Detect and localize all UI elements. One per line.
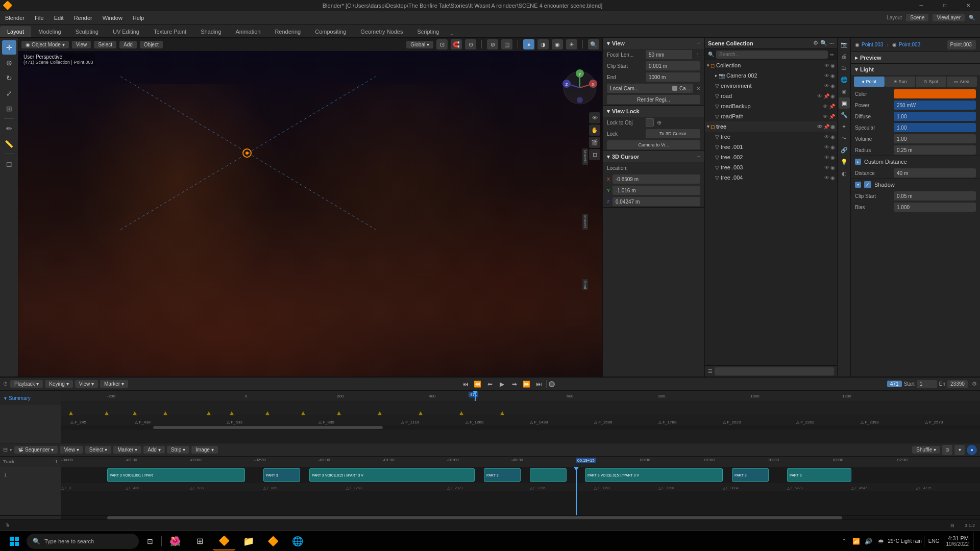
systray-up-arrow[interactable]: ⌃: [839, 536, 849, 546]
tree003-vis-icon[interactable]: 👁: [824, 165, 829, 170]
makeb-label[interactable]: MakeB: [582, 214, 588, 230]
seq-scroll-thumb[interactable]: [107, 516, 842, 519]
cursor-options[interactable]: ···: [696, 154, 700, 159]
tree-mesh-vis-icon[interactable]: 👁: [824, 134, 829, 140]
zoom-camera-button[interactable]: 🎬: [589, 137, 600, 148]
seq-marker-menu[interactable]: Marker ▾: [113, 446, 141, 454]
roadpath-pin-icon[interactable]: 📌: [829, 114, 835, 119]
custom-dist-toggle[interactable]: ▸: [855, 159, 861, 165]
tab-compositing[interactable]: Compositing: [308, 26, 353, 37]
playback-menu[interactable]: Playback ▾: [10, 380, 43, 388]
render-region-btn[interactable]: Render Regi...: [607, 95, 700, 104]
outliner-filter-icon[interactable]: ⚙: [813, 40, 818, 46]
tree003-render-icon[interactable]: ◉: [830, 165, 835, 170]
start-button[interactable]: [4, 532, 24, 550]
seq-strip-voice015[interactable]: PART 3 VOICE.015 | //PART 3 V: [309, 468, 475, 482]
shadow-clip-start-value[interactable]: 0.05 m: [894, 191, 976, 201]
light-type-sun[interactable]: ☀ Sun: [885, 77, 916, 87]
next-frame-btn[interactable]: ⏩: [522, 379, 532, 389]
seq-strip-part3-8[interactable]: PART 3: [787, 468, 851, 482]
seq-preview-toggle[interactable]: ●: [967, 445, 977, 455]
pivot-icon[interactable]: ⊡: [436, 39, 448, 49]
seq-settings-btn[interactable]: ▾: [954, 445, 965, 455]
seq-strip-voice6[interactable]: PART 3 VOICE.015 | //PART 3 V: [585, 468, 723, 482]
systray-sound-icon[interactable]: 🔊: [864, 536, 874, 546]
seq-type-btn[interactable]: 📽 Sequencer ▾: [14, 446, 58, 454]
outliner-item-tree-collection[interactable]: ▾ ◻ tree 👁 📌 ◉: [705, 121, 837, 132]
tree001-vis-icon[interactable]: 👁: [824, 144, 829, 150]
tree001-render-icon[interactable]: ◉: [830, 144, 835, 150]
tree004-vis-icon[interactable]: 👁: [824, 175, 829, 181]
tree-mesh-render-icon[interactable]: ◉: [830, 134, 835, 140]
tool-annotate[interactable]: ✏: [2, 121, 16, 136]
view-options-dots[interactable]: ···: [696, 41, 700, 46]
tree004-render-icon[interactable]: ◉: [830, 175, 835, 181]
outliner-item-camera[interactable]: ▸ 📷 Camera.002 👁 ◉: [705, 70, 837, 81]
light-type-point[interactable]: ● Point: [854, 77, 885, 87]
seq-strip-voice001[interactable]: PART 3 VOICE.001 | //PAR: [107, 468, 245, 482]
show-overlay-icon[interactable]: ⊘: [487, 39, 498, 49]
props-scene-icon[interactable]: 🌐: [839, 74, 850, 85]
shadow-bias-value[interactable]: 1.000: [894, 203, 976, 212]
next-keyframe-btn[interactable]: ➡: [509, 379, 520, 389]
keying-menu[interactable]: Keying ▾: [45, 380, 72, 388]
tool-add-cube[interactable]: ◻: [2, 157, 16, 171]
props-object-icon[interactable]: ▣: [839, 97, 850, 109]
add-menu[interactable]: Add: [119, 41, 137, 48]
play-btn[interactable]: ▶: [497, 379, 507, 389]
lock-obj-checkbox[interactable]: [646, 118, 654, 127]
outliner-item-roadpath[interactable]: ▽ roadPath 👁 📌: [705, 111, 837, 121]
shadow-checkbox[interactable]: ✓: [864, 181, 871, 188]
seq-shuffle-btn[interactable]: Shuffle ▾: [912, 446, 940, 454]
tab-animation[interactable]: Animation: [229, 26, 268, 37]
env-vis-icon[interactable]: 👁: [824, 83, 829, 89]
roadbackup-pin-icon[interactable]: 📌: [829, 104, 835, 109]
outliner-item-tree-mesh[interactable]: ▽ tree 👁 ◉: [705, 132, 837, 142]
tool-measure[interactable]: 📏: [2, 137, 16, 151]
material-mode-icon[interactable]: ◑: [537, 39, 549, 49]
props-modifier-icon[interactable]: 🔧: [839, 109, 850, 120]
taskbar-app-blender[interactable]: 🔶: [213, 532, 235, 550]
road-render-icon[interactable]: ◉: [830, 93, 835, 99]
props-constraints-icon[interactable]: 🔗: [839, 144, 850, 156]
outliner-search-icon[interactable]: 🔍: [820, 40, 827, 46]
focal-icon[interactable]: ⋮: [695, 52, 700, 58]
tab-texture-paint[interactable]: Texture Paint: [146, 26, 193, 37]
eevee-icon[interactable]: ☀: [566, 39, 577, 49]
search-arrows-icon[interactable]: ⇔: [830, 52, 834, 57]
object-mode-button[interactable]: ◉ Object Mode ▾: [21, 41, 69, 48]
seq-view-menu[interactable]: View ▾: [60, 446, 83, 454]
outliner-item-tree001[interactable]: ▽ tree .001 👁 ◉: [705, 142, 837, 152]
tool-scale[interactable]: ⤢: [2, 86, 16, 101]
seq-add-menu[interactable]: Add ▾: [143, 446, 165, 454]
outliner-search-input[interactable]: [716, 51, 828, 59]
task-view-button[interactable]: ⊡: [141, 532, 159, 550]
roadbackup-vis-icon[interactable]: 👁: [823, 104, 828, 109]
outliner-item-roadbackup[interactable]: ▽ roadBackup 👁 📌: [705, 101, 837, 111]
lock-obj-icon[interactable]: ⊕: [657, 119, 662, 126]
viewport-3d[interactable]: ◉ Object Mode ▾ View Select Add Object G…: [18, 38, 602, 377]
tab-modeling[interactable]: Modeling: [31, 26, 68, 37]
tab-sculpting[interactable]: Sculpting: [68, 26, 106, 37]
start-frame-value[interactable]: 1: [917, 380, 937, 388]
marker-menu[interactable]: Marker ▾: [100, 380, 128, 388]
viewport-gizmo[interactable]: Y X Z: [561, 69, 598, 106]
local-cam-value[interactable]: Local Cam... Ca...: [607, 84, 693, 93]
tab-uv-editing[interactable]: UV Editing: [106, 26, 146, 37]
taskbar-app-flower[interactable]: 🌺: [164, 532, 186, 550]
light-header[interactable]: ▾ Light: [851, 64, 980, 75]
makec-label[interactable]: MakeC: [582, 148, 588, 164]
show-desktop-button[interactable]: [973, 532, 976, 550]
menu-file[interactable]: File: [30, 11, 49, 24]
scene-selector[interactable]: Scene: [906, 14, 928, 21]
props-output-icon[interactable]: 🖨: [839, 51, 850, 62]
light-radius-value[interactable]: 0.25 m: [894, 145, 976, 155]
props-physics-icon[interactable]: 〜: [839, 133, 850, 144]
select-menu[interactable]: Select: [94, 41, 116, 48]
outliner-item-tree002[interactable]: ▽ tree .002 👁 ◉: [705, 152, 837, 162]
xray-icon[interactable]: ◫: [501, 39, 512, 49]
prev-frame-btn[interactable]: ⏪: [473, 379, 483, 389]
render-mode-icon[interactable]: ◉: [552, 39, 563, 49]
end-frame-value[interactable]: 23390: [947, 380, 968, 388]
light-volume-value[interactable]: 1.00: [894, 134, 976, 143]
